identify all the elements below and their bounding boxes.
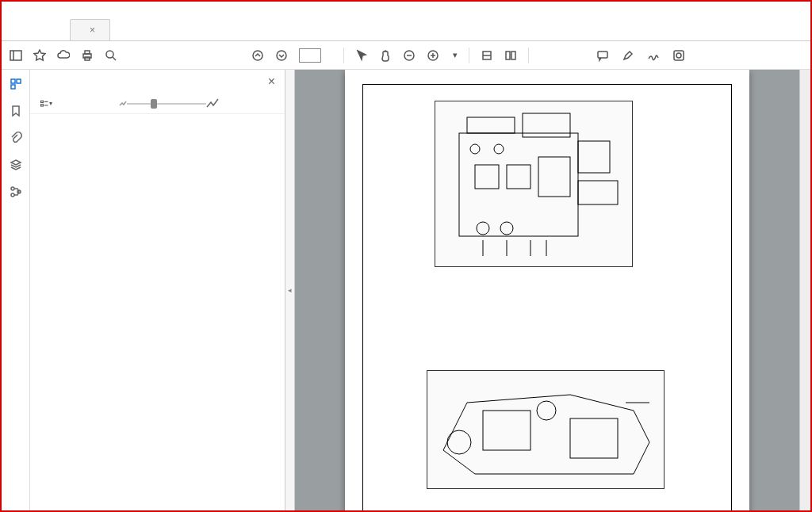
page-number-input[interactable]: [299, 48, 321, 63]
svg-point-50: [447, 430, 471, 454]
tab-bar: ×: [2, 16, 810, 41]
svg-point-20: [676, 53, 681, 58]
svg-point-36: [477, 222, 489, 235]
svg-rect-18: [598, 52, 607, 58]
svg-rect-42: [538, 157, 570, 197]
document-page: [345, 70, 749, 510]
svg-rect-48: [483, 411, 530, 450]
model-tree-icon[interactable]: [10, 185, 22, 198]
menu-sign[interactable]: [38, 8, 48, 10]
panel-close-icon[interactable]: ×: [268, 75, 275, 89]
thumb-options-icon[interactable]: ▾: [40, 97, 52, 110]
panel-collapse-handle[interactable]: ◂: [285, 70, 295, 510]
page-up-icon[interactable]: [251, 49, 264, 62]
zoom-small-icon: [119, 100, 127, 108]
menu-edit[interactable]: [16, 8, 25, 10]
tab-document[interactable]: ×: [70, 19, 110, 40]
menu-bar: [2, 2, 810, 16]
attachment-icon[interactable]: [10, 132, 22, 144]
thumbnails-icon[interactable]: [10, 78, 22, 90]
nav-rail: [2, 70, 30, 510]
svg-point-38: [470, 144, 480, 154]
star-icon[interactable]: [33, 49, 46, 62]
fit-width-icon[interactable]: [481, 49, 493, 62]
svg-rect-31: [459, 133, 578, 236]
print-icon[interactable]: [81, 49, 94, 62]
menu-view[interactable]: [27, 8, 36, 10]
svg-rect-23: [11, 85, 15, 89]
hand-icon[interactable]: [379, 49, 392, 62]
svg-rect-49: [570, 418, 618, 458]
svg-rect-34: [578, 141, 610, 173]
svg-rect-35: [578, 181, 618, 204]
svg-point-24: [11, 187, 14, 190]
page-scroll-area[interactable]: [295, 70, 799, 510]
main-area: × ▾ ◂: [2, 70, 810, 510]
svg-line-6: [113, 57, 116, 60]
pump-drawing-b: [427, 371, 665, 490]
svg-rect-0: [10, 51, 21, 60]
svg-rect-4: [85, 57, 90, 60]
fit-page-icon[interactable]: [504, 49, 517, 62]
svg-rect-19: [674, 51, 684, 60]
svg-rect-27: [41, 101, 44, 102]
svg-point-8: [277, 51, 286, 60]
thumbnails-panel: × ▾: [30, 70, 285, 510]
zoom-in-icon[interactable]: [427, 49, 439, 62]
svg-rect-21: [11, 79, 15, 83]
highlight-icon[interactable]: [622, 49, 634, 62]
pointer-icon[interactable]: [355, 49, 368, 62]
zoom-dropdown[interactable]: ▾: [450, 50, 458, 60]
cloud-icon[interactable]: [57, 49, 70, 62]
svg-rect-22: [17, 79, 21, 83]
svg-rect-32: [467, 117, 515, 133]
svg-point-25: [11, 193, 14, 197]
document-viewer: [295, 70, 810, 510]
svg-rect-16: [506, 52, 510, 59]
layers-icon[interactable]: [10, 159, 22, 171]
pump-drawing-a: [435, 101, 634, 268]
divider: [469, 48, 469, 63]
stamp-icon[interactable]: [672, 49, 685, 62]
svg-point-39: [494, 144, 504, 154]
svg-rect-17: [511, 52, 515, 59]
menu-help[interactable]: [60, 8, 70, 10]
close-icon[interactable]: ×: [90, 25, 95, 36]
comment-icon[interactable]: [596, 49, 609, 62]
svg-rect-3: [85, 51, 90, 54]
menu-window[interactable]: [49, 8, 59, 10]
divider: [528, 48, 529, 63]
menu-file[interactable]: [5, 8, 14, 10]
sidebar-toggle-icon[interactable]: [10, 49, 22, 62]
vertical-scrollbar[interactable]: [799, 70, 810, 510]
zoom-out-icon[interactable]: [403, 49, 416, 62]
divider: [343, 48, 344, 63]
tab-home[interactable]: [6, 30, 36, 40]
zoom-large-icon: [206, 97, 219, 110]
svg-rect-41: [507, 165, 530, 189]
search-icon[interactable]: [105, 49, 117, 62]
thumbnails-scroll[interactable]: [30, 114, 285, 510]
diagram-view-b: [427, 370, 665, 489]
signature-icon[interactable]: [647, 49, 660, 62]
svg-rect-40: [475, 165, 499, 189]
chevron-down-icon: ▾: [453, 50, 458, 60]
svg-point-37: [500, 222, 513, 235]
svg-point-5: [106, 51, 113, 58]
bookmark-icon[interactable]: [10, 105, 22, 117]
svg-rect-29: [41, 104, 44, 105]
page-down-icon[interactable]: [275, 49, 288, 62]
svg-point-7: [253, 51, 262, 60]
thumb-size-slider[interactable]: [62, 97, 275, 110]
tab-tools[interactable]: [38, 30, 68, 40]
chevron-left-icon: ◂: [288, 286, 292, 294]
svg-point-47: [537, 401, 556, 420]
toolbar: ▾: [2, 41, 810, 70]
diagram-view-a: [435, 101, 633, 267]
